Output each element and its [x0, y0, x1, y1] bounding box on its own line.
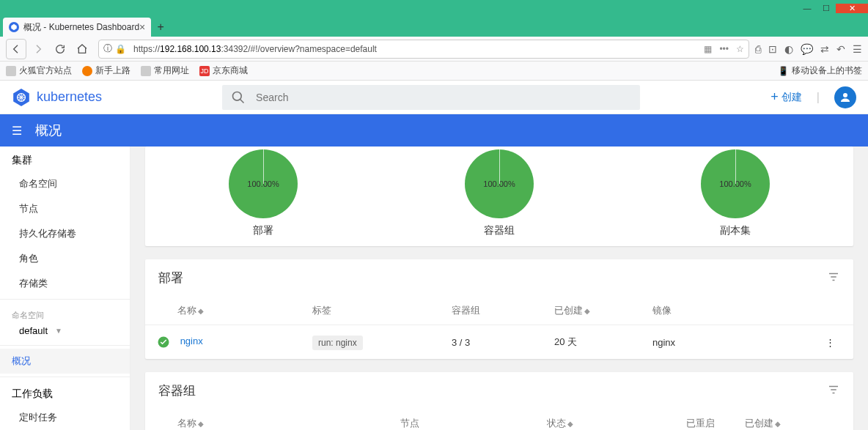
- forward-button[interactable]: [28, 39, 48, 59]
- url-text: https://192.168.100.13:34392/#!/overview…: [133, 44, 377, 54]
- bookmark-item[interactable]: JD京东商城: [199, 64, 248, 77]
- browser-navbar: ⓘ 🔒 https://192.168.100.13:34392/#!/over…: [0, 37, 868, 62]
- bookmark-star-icon[interactable]: ☆: [736, 44, 744, 54]
- tab-favicon: [9, 22, 19, 32]
- person-icon: [839, 91, 852, 104]
- hamburger-icon[interactable]: ☰: [12, 124, 22, 138]
- pie-deployments: 100.00% 部署: [229, 149, 298, 237]
- svg-point-9: [843, 93, 847, 97]
- sidebar-item-nodes[interactable]: 节点: [0, 196, 130, 221]
- new-tab-button[interactable]: +: [151, 18, 170, 37]
- deployments-table: 名称◆ 标签 容器组 已创建◆ 镜像 nginx run: nginx 3 / …: [145, 297, 853, 359]
- namespace-selector[interactable]: default ▼: [0, 322, 130, 342]
- tab-title: 概况 - Kubernetes Dashboard: [23, 21, 139, 34]
- close-button[interactable]: ✕: [836, 4, 868, 13]
- filter-icon[interactable]: [827, 383, 840, 399]
- sidebar-item-storageclass[interactable]: 存储类: [0, 271, 130, 296]
- bookmark-item[interactable]: 新手上路: [82, 64, 130, 77]
- qr-icon[interactable]: ▦: [704, 44, 712, 54]
- svg-marker-0: [11, 24, 17, 30]
- sidebar-section-cluster[interactable]: 集群: [0, 147, 130, 171]
- chat-icon[interactable]: 💬: [801, 43, 813, 55]
- sidebar-item-overview[interactable]: 概况: [0, 349, 130, 374]
- maximize-button[interactable]: ☐: [817, 4, 836, 13]
- table-row[interactable]: nginx run: nginx 3 / 3 20 天 nginx ⋮: [145, 325, 853, 360]
- app-header: kubernetes + 创建 |: [0, 81, 868, 114]
- menu-icon[interactable]: ☰: [853, 43, 862, 55]
- home-button[interactable]: [72, 39, 92, 59]
- bookmark-item[interactable]: 火狐官方站点: [6, 64, 72, 77]
- deployments-card: 部署 名称◆ 标签 容器组 已创建◆ 镜像 nginx: [145, 259, 853, 359]
- sidebar-item-cronjobs[interactable]: 定时任务: [0, 405, 130, 430]
- pods-card: 容器组 名称◆ 节点 状态◆ 已重启 已创建◆ nginx-7cdbd8cdc9…: [145, 372, 853, 430]
- bookmarks-bar: 火狐官方站点 新手上路 常用网址 JD京东商城 📱移动设备上的书签: [0, 62, 868, 81]
- svg-point-7: [233, 92, 242, 100]
- status-charts: 100.00% 部署 100.00% 容器组 100.00% 副本集: [145, 147, 853, 246]
- search-icon: [231, 90, 246, 105]
- page-title: 概况: [35, 122, 62, 139]
- account-avatar[interactable]: [834, 86, 856, 108]
- account-icon[interactable]: ⊡: [768, 43, 777, 55]
- tab-close-icon[interactable]: ×: [139, 21, 145, 33]
- filter-icon[interactable]: [827, 270, 840, 286]
- sidebar-item-namespaces[interactable]: 命名空间: [0, 171, 130, 196]
- lock-warning-icon: 🔒: [115, 44, 126, 54]
- deployment-link[interactable]: nginx: [180, 336, 203, 346]
- url-bar[interactable]: ⓘ 🔒 https://192.168.100.13:34392/#!/over…: [98, 40, 749, 59]
- svg-line-8: [240, 99, 244, 103]
- create-button[interactable]: + 创建: [770, 89, 802, 105]
- sidebar-section-workloads[interactable]: 工作负载: [0, 380, 130, 405]
- shield-icon[interactable]: ◐: [784, 43, 793, 55]
- card-title: 容器组: [158, 382, 196, 399]
- chevron-down-icon: ▼: [55, 327, 62, 335]
- pods-table: 名称◆ 节点 状态◆ 已重启 已创建◆ nginx-7cdbd8cdc9-57p…: [145, 409, 853, 430]
- kubernetes-wheel-icon: [12, 88, 31, 107]
- row-menu-icon[interactable]: ⋮: [825, 337, 835, 348]
- card-title: 部署: [158, 270, 183, 286]
- plus-icon: +: [770, 89, 779, 105]
- content-area: 100.00% 部署 100.00% 容器组 100.00% 副本集 部署: [130, 147, 868, 430]
- sidebar-item-roles[interactable]: 角色: [0, 246, 130, 271]
- browser-tabs: 概况 - Kubernetes Dashboard × +: [0, 16, 868, 37]
- mobile-bookmarks[interactable]: 📱移动设备上的书签: [778, 64, 862, 77]
- divider: |: [817, 91, 820, 104]
- pie-replicasets: 100.00% 副本集: [701, 149, 770, 237]
- browser-right-buttons: ⎙ ⊡ ◐ 💬 ⇄ ↶ ☰: [755, 43, 862, 55]
- page-toolbar: ☰ 概况: [0, 114, 868, 147]
- back-button[interactable]: [6, 39, 26, 59]
- label-chip: run: nginx: [312, 336, 363, 350]
- link-icon[interactable]: ⇄: [820, 43, 829, 55]
- search-box[interactable]: [222, 85, 640, 110]
- sidebar-item-pv[interactable]: 持久化存储卷: [0, 221, 130, 246]
- sidebar-ns-label: 命名空间: [0, 303, 130, 322]
- search-input[interactable]: [256, 92, 631, 103]
- library-icon[interactable]: ⎙: [755, 43, 761, 55]
- sidebar: 集群 命名空间 节点 持久化存储卷 角色 存储类 命名空间 default ▼ …: [0, 147, 130, 430]
- pie-pods: 100.00% 容器组: [465, 149, 534, 237]
- kubernetes-logo[interactable]: kubernetes: [12, 88, 102, 107]
- reload-button[interactable]: [50, 39, 70, 59]
- more-icon[interactable]: •••: [719, 44, 729, 54]
- bookmark-item[interactable]: 常用网址: [141, 64, 189, 77]
- window-titlebar: — ☐ ✕: [0, 0, 868, 16]
- undo-icon[interactable]: ↶: [836, 43, 845, 55]
- status-ok-icon: [157, 336, 170, 349]
- minimize-button[interactable]: —: [798, 4, 817, 12]
- brand-text: kubernetes: [37, 89, 102, 105]
- browser-tab[interactable]: 概况 - Kubernetes Dashboard ×: [3, 18, 151, 37]
- info-icon: ⓘ: [103, 42, 112, 55]
